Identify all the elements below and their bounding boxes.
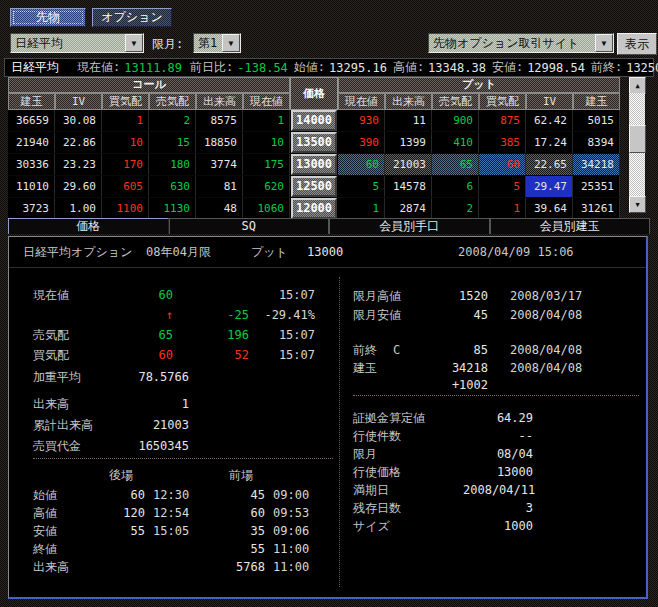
cell-strike[interactable]: 12000 [291, 198, 337, 219]
cell-call-oi[interactable]: 21940 [8, 132, 55, 153]
month-select[interactable]: 第1 ▼ [193, 33, 241, 53]
cell-call-vol[interactable]: 81 [196, 176, 243, 197]
cell-call-iv[interactable]: 29.60 [55, 176, 102, 197]
ask-qty: 196 [173, 326, 249, 344]
cell-put-last[interactable]: 5 [338, 176, 385, 197]
tab-futures[interactable]: 先物 [10, 8, 86, 27]
cell-put-oi[interactable]: 34218 [573, 154, 620, 175]
cell-put-ask[interactable]: 2 [432, 198, 479, 219]
cell-call-last[interactable]: 175 [243, 154, 290, 175]
col-header: 現在値 [338, 93, 385, 110]
cell-call-last[interactable]: 620 [243, 176, 290, 197]
cell-put-vol[interactable]: 1399 [385, 132, 432, 153]
cell-put-last[interactable]: 930 [338, 110, 385, 131]
cell-put-iv[interactable]: 62.42 [526, 110, 573, 131]
cell-call-ask[interactable]: 2 [149, 110, 196, 131]
cell-call-bid[interactable]: 10 [102, 132, 149, 153]
cell-strike[interactable]: 13500 [291, 132, 337, 153]
site-select[interactable]: 先物オプション取引サイト ▼ [428, 33, 614, 53]
cell-put-oi[interactable]: 31261 [573, 198, 620, 219]
tab-member-flow[interactable]: 会員別手口 [329, 218, 490, 234]
cell-put-bid[interactable]: 385 [479, 132, 526, 153]
cell-call-vol[interactable]: 18850 [196, 132, 243, 153]
tab-member-oi[interactable]: 会員別建玉 [490, 218, 651, 234]
chevron-down-icon[interactable]: ▼ [595, 34, 613, 52]
site-select-value: 先物オプション取引サイト [429, 35, 595, 52]
cell-put-oi[interactable]: 8394 [573, 132, 620, 153]
cell-call-vol[interactable]: 3774 [196, 154, 243, 175]
margin-label: 証拠金算定値 [353, 409, 463, 427]
cell-call-ask[interactable]: 630 [149, 176, 196, 197]
cell-put-ask[interactable]: 410 [432, 132, 479, 153]
cell-call-last[interactable]: 10 [243, 132, 290, 153]
scroll-down-button[interactable]: ▼ [629, 196, 646, 213]
turnover-value: 1650345 [133, 437, 189, 455]
cell-call-vol[interactable]: 8575 [196, 110, 243, 131]
cell-call-iv[interactable]: 30.08 [55, 110, 102, 131]
cell-call-vol[interactable]: 48 [196, 198, 243, 219]
month-low-date: 2008/04/08 [510, 306, 582, 324]
cell-put-ask[interactable]: 6 [432, 176, 479, 197]
detail-title-row: 日経平均オプション 08年04月限 プット 13000 2008/04/09 1… [9, 237, 646, 268]
put-group-header: プット [338, 77, 620, 93]
cell-call-last[interactable]: 1 [243, 110, 290, 131]
last-value: 13111.89 [124, 61, 182, 75]
cell-call-oi[interactable]: 36659 [8, 110, 55, 131]
chain-row-selected: 30336 23.23 170 180 3774 175 13000 60 21… [8, 154, 620, 176]
tab-price[interactable]: 価格 [8, 218, 169, 234]
cell-call-iv[interactable]: 1.00 [55, 198, 102, 219]
instrument-select[interactable]: 日経平均 ▼ [10, 33, 144, 53]
col-header: 建玉 [573, 93, 620, 110]
cell-call-ask[interactable]: 180 [149, 154, 196, 175]
volume-label: 出来高 [33, 395, 133, 413]
cell-put-bid[interactable]: 5 [479, 176, 526, 197]
cell-put-iv-selected[interactable]: 29.47 [526, 176, 573, 197]
cell-call-iv[interactable]: 23.23 [55, 154, 102, 175]
chain-scrollbar[interactable]: ▲ ▼ [629, 77, 646, 213]
cell-put-vol[interactable]: 21003 [385, 154, 432, 175]
cell-put-last[interactable]: 60 [338, 154, 385, 175]
cell-call-bid[interactable]: 605 [102, 176, 149, 197]
cell-call-ask[interactable]: 1130 [149, 198, 196, 219]
cell-strike[interactable]: 14000 [291, 110, 337, 131]
cell-put-vol[interactable]: 14578 [385, 176, 432, 197]
cell-call-oi[interactable]: 11010 [8, 176, 55, 197]
cell-put-iv[interactable]: 22.65 [526, 154, 573, 175]
scroll-thumb[interactable] [629, 125, 646, 153]
cell-call-bid[interactable]: 1100 [102, 198, 149, 219]
cell-put-bid[interactable]: 1 [479, 198, 526, 219]
cell-put-last[interactable]: 390 [338, 132, 385, 153]
chevron-down-icon[interactable]: ▼ [222, 34, 240, 52]
cell-call-last[interactable]: 1060 [243, 198, 290, 219]
cell-put-bid[interactable]: 60 [479, 154, 526, 175]
col-header: 買気配 [102, 93, 149, 110]
cell-call-bid[interactable]: 170 [102, 154, 149, 175]
cell-put-oi[interactable]: 5015 [573, 110, 620, 131]
cell-put-ask[interactable]: 65 [432, 154, 479, 175]
tab-sq[interactable]: SQ [169, 218, 330, 234]
cell-put-iv[interactable]: 17.24 [526, 132, 573, 153]
show-button[interactable]: 表示 [617, 33, 657, 55]
tab-options[interactable]: オプション [92, 8, 172, 27]
cell-put-oi[interactable]: 25351 [573, 176, 620, 197]
low-value: 12998.54 [527, 61, 585, 75]
session-row-label: 始値 [33, 486, 109, 504]
cell-put-iv[interactable]: 39.64 [526, 198, 573, 219]
detail-tab-bar: 価格 SQ 会員別手口 会員別建玉 [8, 218, 650, 235]
cell-strike[interactable]: 13000 [291, 154, 337, 175]
cell-call-oi[interactable]: 30336 [8, 154, 55, 175]
cell-put-vol[interactable]: 2874 [385, 198, 432, 219]
am-value: 55 [193, 540, 265, 558]
cell-put-last[interactable]: 1 [338, 198, 385, 219]
cell-put-vol[interactable]: 11 [385, 110, 432, 131]
chevron-down-icon[interactable]: ▼ [125, 34, 143, 52]
am-time: 11:00 [273, 558, 313, 576]
cell-call-ask[interactable]: 15 [149, 132, 196, 153]
cell-put-ask[interactable]: 900 [432, 110, 479, 131]
cell-call-bid[interactable]: 1 [102, 110, 149, 131]
scroll-up-button[interactable]: ▲ [629, 77, 646, 94]
cell-call-iv[interactable]: 22.86 [55, 132, 102, 153]
cell-strike[interactable]: 12500 [291, 176, 337, 197]
cell-call-oi[interactable]: 3723 [8, 198, 55, 219]
cell-put-bid[interactable]: 875 [479, 110, 526, 131]
